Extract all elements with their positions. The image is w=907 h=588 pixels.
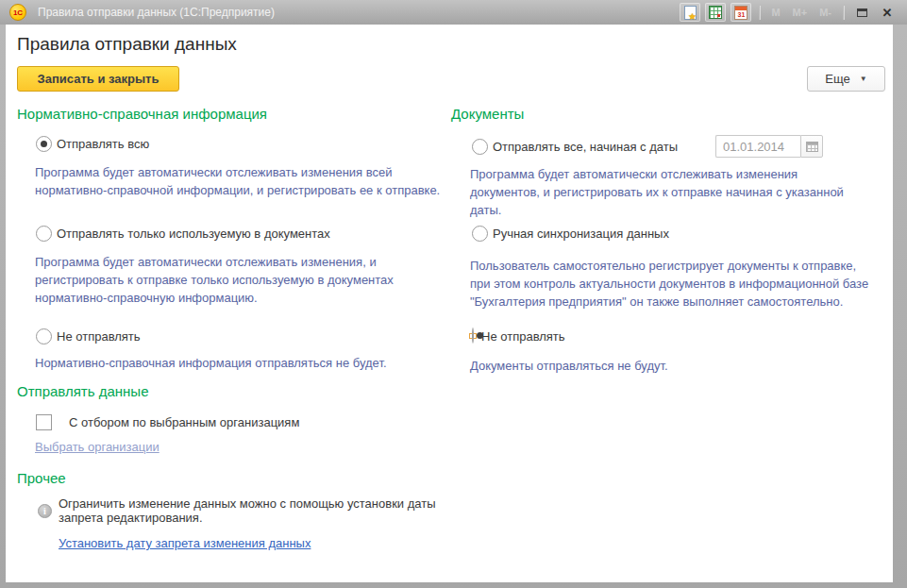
- description-line: при этом контроль актуальности документо…: [470, 275, 882, 293]
- radio-option-docs-send-from-date[interactable]: Отправлять все, начиная с даты: [451, 135, 882, 158]
- date-field-group: [715, 135, 823, 158]
- nsi-dont-send-description: Нормативно-справочная информация отправл…: [17, 354, 447, 372]
- radio-option-docs-dont-send[interactable]: Не отправлять: [451, 325, 882, 347]
- radio-option-nsi-send-all[interactable]: Отправлять всю: [17, 135, 447, 152]
- radio-nsi-dont-send[interactable]: [36, 328, 52, 344]
- docs-send-from-date-description: Программа будет автоматически отслеживат…: [451, 165, 882, 219]
- description-line: даты.: [470, 201, 882, 219]
- 1c-logo-icon[interactable]: 1С: [9, 4, 26, 21]
- radio-option-nsi-dont-send[interactable]: Не отправлять: [17, 328, 447, 344]
- calendar-button[interactable]: 31: [731, 3, 751, 22]
- radio-nsi-send-used[interactable]: [36, 226, 52, 242]
- checkbox-label: С отбором по выбранным организациям: [69, 415, 299, 429]
- description-line: Документы отправляться не будут.: [470, 357, 882, 375]
- radio-docs-send-from-date[interactable]: [472, 139, 488, 155]
- close-button[interactable]: ✕: [877, 3, 898, 22]
- window-title: Правила отправки данных (1С:Предприятие): [38, 6, 680, 19]
- favorites-icon: ★: [684, 6, 697, 20]
- set-restriction-date-link[interactable]: Установить дату запрета изменения данных: [59, 536, 311, 550]
- radio-option-docs-manual-sync[interactable]: Ручная синхронизация данных: [451, 225, 882, 242]
- description-line: нормативно-справочную информацию.: [35, 289, 447, 307]
- radio-label: Не отправлять: [481, 329, 565, 344]
- radio-label: Ручная синхронизация данных: [493, 227, 669, 241]
- description-line: нормативно-справочной информации, и реги…: [35, 181, 447, 199]
- info-icon: i: [38, 504, 52, 518]
- close-icon: ✕: [882, 7, 893, 19]
- more-button-label: Еще: [825, 72, 849, 86]
- checkbox-option-filter-orgs[interactable]: С отбором по выбранным организациям: [17, 413, 447, 430]
- app-window: 1С Правила отправки данных (1С:Предприят…: [0, 0, 907, 588]
- radio-docs-manual-sync[interactable]: [472, 226, 488, 242]
- select-organizations-link[interactable]: Выбрать организации: [35, 440, 160, 454]
- radio-label: Отправлять всю: [57, 137, 149, 151]
- documents-section: Документы Отправлять все, начиная с даты…: [451, 102, 882, 375]
- nsi-section: Нормативно-справочная информация Отправл…: [17, 102, 447, 551]
- page-title: Правила отправки данных: [17, 34, 237, 55]
- nsi-send-used-description: Программа будет автоматически отслеживат…: [17, 253, 447, 307]
- 1c-logo-text: 1С: [13, 8, 23, 17]
- memory-plus-button: M+: [789, 7, 812, 18]
- maximize-button[interactable]: [851, 3, 872, 22]
- memory-minus-button: M-: [815, 7, 835, 18]
- calculator-icon: [709, 6, 722, 19]
- docs-manual-sync-description: Пользователь самостоятельно регистрирует…: [451, 257, 882, 311]
- radio-label: Не отправлять: [57, 329, 141, 344]
- description-line: Нормативно-справочная информация отправл…: [35, 354, 447, 372]
- calendar-icon-day: 31: [735, 10, 747, 20]
- radio-docs-dont-send[interactable]: [472, 328, 474, 344]
- calendar-picker-icon: [806, 142, 818, 152]
- description-line: документов, и регистрировать их к отправ…: [470, 183, 882, 201]
- titlebar: 1С Правила отправки данных (1С:Предприят…: [0, 0, 907, 25]
- radio-option-nsi-send-used[interactable]: Отправлять только используемую в докумен…: [17, 225, 447, 242]
- description-line: Пользователь самостоятельно регистрирует…: [470, 257, 882, 275]
- more-button[interactable]: Еще ▼: [807, 66, 885, 92]
- save-and-close-button[interactable]: Записать и закрыть: [17, 66, 179, 92]
- titlebar-separator: [759, 6, 760, 20]
- checkbox-filter-orgs[interactable]: [36, 414, 52, 430]
- form-content: Правила отправки данных Записать и закры…: [6, 25, 893, 582]
- date-picker-button[interactable]: [800, 135, 823, 158]
- titlebar-separator: [843, 6, 844, 20]
- memory-recall-button: M: [767, 7, 783, 18]
- description-line: Программа будет автоматически отслеживат…: [470, 165, 882, 183]
- documents-heading: Документы: [451, 106, 882, 123]
- description-line: Программа будет автоматически отслеживат…: [35, 253, 447, 271]
- radio-label: Отправлять все, начиная с даты: [493, 140, 678, 154]
- radio-label: Отправлять только используемую в докумен…: [57, 227, 330, 241]
- focus-ring: [469, 333, 477, 339]
- nsi-heading: Нормативно-справочная информация: [17, 106, 447, 123]
- calculator-button[interactable]: [705, 3, 726, 22]
- other-heading: Прочее: [17, 470, 447, 487]
- favorites-button[interactable]: ★: [680, 3, 700, 22]
- radio-nsi-send-all[interactable]: [36, 136, 52, 152]
- docs-dont-send-description: Документы отправляться не будут.: [451, 357, 882, 375]
- info-text: Ограничить изменение данных можно с помо…: [59, 496, 447, 525]
- titlebar-tools: ★ 31 M M+ M- ✕: [680, 3, 898, 22]
- maximize-icon: [857, 8, 867, 17]
- calendar-icon: 31: [734, 6, 747, 20]
- description-line: Программа будет автоматически отслеживат…: [35, 163, 447, 181]
- info-row: i Ограничить изменение данных можно с по…: [17, 496, 447, 525]
- chevron-down-icon: ▼: [860, 75, 867, 83]
- send-data-heading: Отправлять данные: [17, 383, 447, 400]
- description-line: "Бухгалтерия предприятия" он также выпол…: [470, 293, 882, 311]
- nsi-send-all-description: Программа будет автоматически отслеживат…: [17, 163, 447, 199]
- star-icon: ★: [688, 12, 697, 22]
- start-date-input[interactable]: [715, 135, 800, 158]
- description-line: регистрировать к отправке только использ…: [35, 271, 447, 289]
